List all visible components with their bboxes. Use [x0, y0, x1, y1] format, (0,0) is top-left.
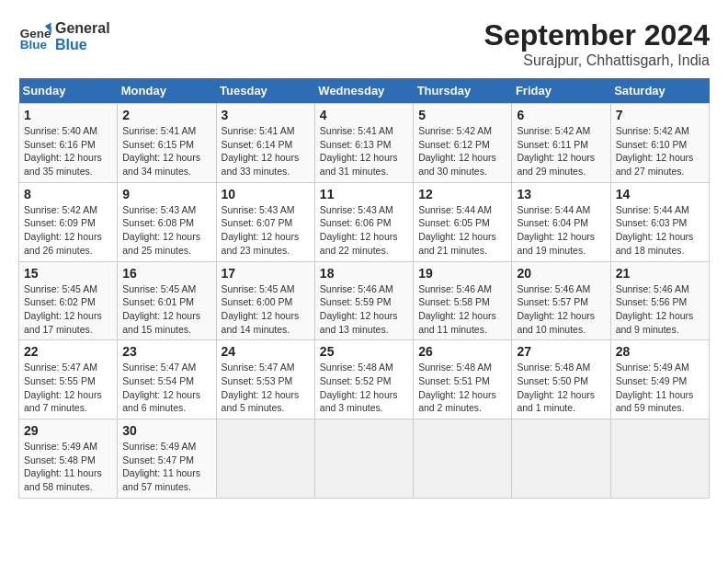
day-number: 14 [616, 187, 704, 201]
day-info: Sunrise: 5:48 AM Sunset: 5:50 PM Dayligh… [517, 361, 605, 415]
day-info: Sunrise: 5:49 AM Sunset: 5:49 PM Dayligh… [616, 361, 704, 415]
day-number: 24 [222, 344, 310, 359]
day-info: Sunrise: 5:42 AM Sunset: 6:09 PM Dayligh… [24, 203, 112, 258]
day-number: 20 [517, 266, 605, 281]
day-info: Sunrise: 5:41 AM Sunset: 6:15 PM Dayligh… [122, 124, 210, 178]
day-number: 26 [418, 344, 506, 359]
day-info: Sunrise: 5:48 AM Sunset: 5:52 PM Dayligh… [320, 361, 408, 415]
day-info: Sunrise: 5:42 AM Sunset: 6:12 PM Dayligh… [418, 124, 506, 178]
day-number: 15 [24, 266, 112, 281]
calendar-cell: 19Sunrise: 5:46 AM Sunset: 5:58 PM Dayli… [414, 261, 512, 340]
calendar-cell [512, 419, 610, 499]
day-number: 30 [122, 423, 210, 438]
calendar-body: 1Sunrise: 5:40 AM Sunset: 6:16 PM Daylig… [19, 104, 710, 499]
day-info: Sunrise: 5:45 AM Sunset: 6:01 PM Dayligh… [122, 282, 210, 337]
day-info: Sunrise: 5:47 AM Sunset: 5:55 PM Dayligh… [24, 361, 112, 415]
day-number: 18 [320, 266, 408, 281]
day-info: Sunrise: 5:41 AM Sunset: 6:13 PM Dayligh… [320, 124, 408, 178]
calendar-table: SundayMondayTuesdayWednesdayThursdayFrid… [18, 78, 710, 499]
calendar-week-0: 1Sunrise: 5:40 AM Sunset: 6:16 PM Daylig… [19, 104, 710, 183]
calendar-cell: 21Sunrise: 5:46 AM Sunset: 5:56 PM Dayli… [610, 261, 709, 340]
day-number: 28 [616, 344, 704, 359]
day-info: Sunrise: 5:43 AM Sunset: 6:06 PM Dayligh… [320, 203, 408, 258]
weekday-tuesday: Tuesday [216, 78, 314, 104]
calendar-cell: 12Sunrise: 5:44 AM Sunset: 6:05 PM Dayli… [414, 182, 512, 261]
logo-line1: General [55, 20, 110, 37]
day-info: Sunrise: 5:47 AM Sunset: 5:54 PM Dayligh… [122, 361, 210, 415]
day-info: Sunrise: 5:46 AM Sunset: 5:56 PM Dayligh… [616, 282, 704, 337]
calendar-cell: 1Sunrise: 5:40 AM Sunset: 6:16 PM Daylig… [19, 104, 118, 183]
location-subtitle: Surajpur, Chhattisgarh, India [484, 52, 710, 69]
day-number: 19 [418, 266, 506, 281]
day-info: Sunrise: 5:40 AM Sunset: 6:16 PM Dayligh… [24, 124, 112, 178]
calendar-cell: 6Sunrise: 5:42 AM Sunset: 6:11 PM Daylig… [512, 104, 610, 183]
calendar-cell: 13Sunrise: 5:44 AM Sunset: 6:04 PM Dayli… [512, 182, 610, 261]
day-number: 8 [24, 187, 112, 201]
day-number: 22 [24, 344, 112, 359]
calendar-cell: 7Sunrise: 5:42 AM Sunset: 6:10 PM Daylig… [610, 104, 709, 183]
calendar-cell: 3Sunrise: 5:41 AM Sunset: 6:14 PM Daylig… [216, 104, 314, 183]
day-number: 27 [517, 344, 605, 359]
calendar-cell: 18Sunrise: 5:46 AM Sunset: 5:59 PM Dayli… [314, 261, 413, 340]
day-info: Sunrise: 5:45 AM Sunset: 6:00 PM Dayligh… [222, 282, 310, 337]
day-number: 7 [616, 108, 704, 122]
day-info: Sunrise: 5:42 AM Sunset: 6:10 PM Dayligh… [616, 124, 704, 178]
calendar-cell: 20Sunrise: 5:46 AM Sunset: 5:57 PM Dayli… [512, 261, 610, 340]
day-number: 25 [320, 344, 408, 359]
calendar-cell [610, 419, 709, 499]
calendar-cell: 10Sunrise: 5:43 AM Sunset: 6:07 PM Dayli… [216, 182, 314, 261]
calendar-week-2: 15Sunrise: 5:45 AM Sunset: 6:02 PM Dayli… [19, 261, 710, 340]
calendar-cell: 9Sunrise: 5:43 AM Sunset: 6:08 PM Daylig… [118, 182, 216, 261]
weekday-wednesday: Wednesday [314, 78, 413, 104]
day-info: Sunrise: 5:46 AM Sunset: 5:58 PM Dayligh… [418, 282, 506, 337]
day-number: 23 [122, 344, 210, 359]
calendar-cell: 14Sunrise: 5:44 AM Sunset: 6:03 PM Dayli… [610, 182, 709, 261]
day-info: Sunrise: 5:44 AM Sunset: 6:05 PM Dayligh… [418, 203, 506, 258]
calendar-cell: 24Sunrise: 5:47 AM Sunset: 5:53 PM Dayli… [216, 340, 314, 419]
day-number: 16 [122, 266, 210, 281]
day-number: 4 [320, 108, 408, 122]
day-info: Sunrise: 5:44 AM Sunset: 6:04 PM Dayligh… [517, 203, 605, 258]
day-info: Sunrise: 5:46 AM Sunset: 5:57 PM Dayligh… [517, 282, 605, 337]
day-number: 10 [222, 187, 310, 201]
calendar-cell: 11Sunrise: 5:43 AM Sunset: 6:06 PM Dayli… [314, 182, 413, 261]
day-info: Sunrise: 5:47 AM Sunset: 5:53 PM Dayligh… [222, 361, 310, 415]
calendar-cell: 5Sunrise: 5:42 AM Sunset: 6:12 PM Daylig… [414, 104, 512, 183]
day-info: Sunrise: 5:41 AM Sunset: 6:14 PM Dayligh… [222, 124, 310, 178]
calendar-cell: 8Sunrise: 5:42 AM Sunset: 6:09 PM Daylig… [19, 182, 118, 261]
day-number: 3 [222, 108, 310, 122]
logo-line2: Blue [55, 37, 110, 53]
calendar-cell: 17Sunrise: 5:45 AM Sunset: 6:00 PM Dayli… [216, 261, 314, 340]
day-info: Sunrise: 5:43 AM Sunset: 6:08 PM Dayligh… [122, 203, 210, 258]
day-number: 21 [616, 266, 704, 281]
day-number: 11 [320, 187, 408, 201]
day-info: Sunrise: 5:46 AM Sunset: 5:59 PM Dayligh… [320, 282, 408, 337]
day-info: Sunrise: 5:49 AM Sunset: 5:47 PM Dayligh… [122, 440, 210, 494]
day-number: 29 [24, 423, 112, 438]
weekday-friday: Friday [512, 78, 610, 104]
day-info: Sunrise: 5:43 AM Sunset: 6:07 PM Dayligh… [222, 203, 310, 258]
calendar-cell: 26Sunrise: 5:48 AM Sunset: 5:51 PM Dayli… [414, 340, 512, 419]
svg-text:Blue: Blue [20, 38, 48, 52]
day-number: 1 [24, 108, 112, 122]
day-number: 2 [122, 108, 210, 122]
day-number: 12 [418, 187, 506, 201]
logo-icon: General Blue [18, 19, 51, 52]
calendar-cell: 15Sunrise: 5:45 AM Sunset: 6:02 PM Dayli… [19, 261, 118, 340]
day-number: 17 [222, 266, 310, 281]
weekday-thursday: Thursday [414, 78, 512, 104]
calendar-week-1: 8Sunrise: 5:42 AM Sunset: 6:09 PM Daylig… [19, 182, 710, 261]
day-info: Sunrise: 5:45 AM Sunset: 6:02 PM Dayligh… [24, 282, 112, 337]
weekday-saturday: Saturday [610, 78, 709, 104]
page-header: General Blue General Blue September 2024… [18, 18, 710, 69]
calendar-week-4: 29Sunrise: 5:49 AM Sunset: 5:48 PM Dayli… [19, 419, 710, 499]
calendar-cell: 16Sunrise: 5:45 AM Sunset: 6:01 PM Dayli… [118, 261, 216, 340]
day-number: 9 [122, 187, 210, 201]
calendar-cell [314, 419, 413, 499]
calendar-cell: 22Sunrise: 5:47 AM Sunset: 5:55 PM Dayli… [19, 340, 118, 419]
calendar-cell: 30Sunrise: 5:49 AM Sunset: 5:47 PM Dayli… [118, 419, 216, 499]
day-number: 6 [517, 108, 605, 122]
calendar-cell [414, 419, 512, 499]
logo: General Blue General Blue [18, 18, 110, 52]
day-number: 13 [517, 187, 605, 201]
